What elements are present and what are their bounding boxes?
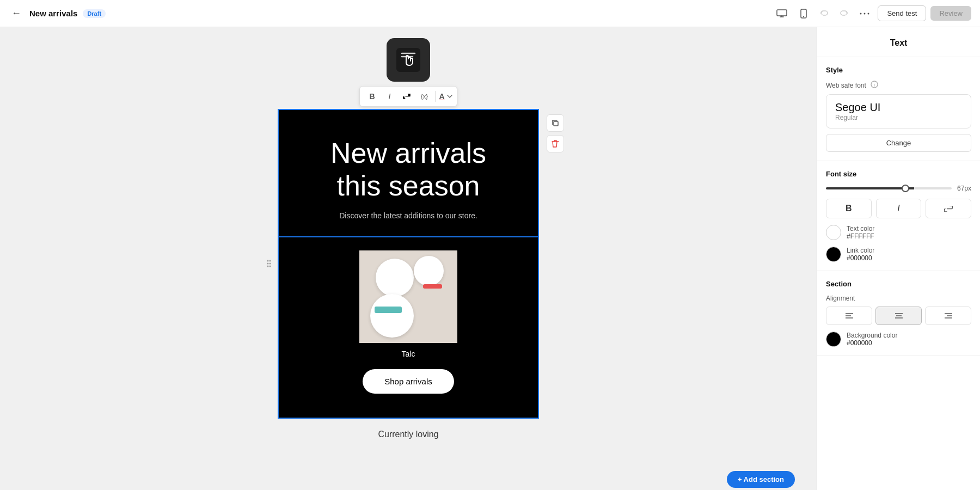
product-img-inner <box>359 250 457 343</box>
product-lid-1 <box>375 307 402 313</box>
section-actions <box>547 114 564 152</box>
text-color-row: Text color #FFFFFF <box>826 225 971 240</box>
link-color-value: #000000 <box>847 254 874 262</box>
toolbar-divider <box>435 91 436 102</box>
alignment-label: Alignment <box>826 295 971 302</box>
below-section: Currently loving <box>278 419 539 450</box>
svg-text:i: i <box>874 82 875 88</box>
email-preview: B I {x} A <box>278 27 539 450</box>
cta-button[interactable]: Shop arrivals <box>363 369 454 394</box>
bg-color-info: Background color #000000 <box>847 332 897 347</box>
text-color-label: Text color <box>847 225 874 232</box>
mobile-view-button[interactable] <box>795 5 812 22</box>
svg-point-13 <box>267 266 269 267</box>
canvas-area: B I {x} A <box>0 27 817 490</box>
review-button[interactable]: Review <box>930 6 971 21</box>
below-label: Currently loving <box>378 430 438 439</box>
svg-point-3 <box>860 13 862 14</box>
section-drag-handle[interactable] <box>264 258 274 269</box>
product-area: Talc Shop arrivals <box>279 237 538 418</box>
product-lid-2 <box>423 284 442 289</box>
format-buttons-row: B I <box>826 199 971 218</box>
product-name: Talc <box>290 350 527 358</box>
link-button[interactable] <box>399 89 414 104</box>
add-section-bar: + Add section <box>0 468 817 490</box>
font-display-box: Segoe UI Regular <box>826 94 971 128</box>
align-left-button[interactable] <box>826 307 872 325</box>
undo-button[interactable] <box>817 6 832 21</box>
panel-title: Text <box>817 27 980 57</box>
draft-badge: Draft <box>83 9 106 18</box>
send-test-button[interactable]: Send test <box>878 5 926 21</box>
delete-section-button[interactable] <box>547 135 564 152</box>
svg-point-5 <box>868 13 869 14</box>
page-title: New arrivals <box>29 9 77 18</box>
topbar: ← New arrivals Draft Send test Review <box>0 0 980 27</box>
desktop-view-button[interactable] <box>773 5 791 22</box>
font-size-row: 67px <box>826 185 971 192</box>
font-name: Segoe UI <box>835 101 962 114</box>
color-dropdown[interactable]: A <box>439 92 452 101</box>
style-section: Style Web safe font i Segoe UI Regular C… <box>817 57 980 161</box>
align-right-button[interactable] <box>925 307 971 325</box>
link-color-label: Link color <box>847 247 874 254</box>
web-safe-label: Web safe font <box>826 82 866 89</box>
hero-title: New arrivals this season <box>301 137 516 203</box>
email-header-icon-area <box>278 27 539 82</box>
duplicate-section-button[interactable] <box>547 114 564 132</box>
bold-button[interactable]: B <box>364 89 379 104</box>
change-font-button[interactable]: Change <box>826 134 971 152</box>
font-size-section-title: Font size <box>826 170 971 178</box>
format-toolbar: B I {x} A <box>359 86 457 107</box>
main-layout: B I {x} A <box>0 27 980 490</box>
svg-point-9 <box>267 260 269 262</box>
svg-rect-0 <box>777 10 787 16</box>
svg-rect-6 <box>396 48 420 72</box>
web-safe-font-row: Web safe font i <box>826 81 971 90</box>
redo-button[interactable] <box>836 6 852 21</box>
link-color-info: Link color #000000 <box>847 247 874 262</box>
italic-button[interactable]: I <box>382 89 397 104</box>
text-color-swatch[interactable] <box>826 225 841 240</box>
font-style: Regular <box>835 114 962 121</box>
svg-point-12 <box>270 263 271 265</box>
font-size-value: 67px <box>957 185 971 192</box>
product-container-2 <box>414 256 444 286</box>
right-panel: Text Style Web safe font i Segoe UI Regu… <box>817 27 980 490</box>
add-section-button[interactable]: + Add section <box>727 471 795 488</box>
product-container-3 <box>370 294 414 338</box>
panel-link-button[interactable] <box>926 199 971 218</box>
email-section: New arrivals this season Discover the la… <box>278 109 539 419</box>
bg-color-swatch[interactable] <box>826 332 841 347</box>
svg-rect-15 <box>554 121 558 126</box>
back-button[interactable]: ← <box>9 6 24 21</box>
bg-color-label: Background color <box>847 332 897 339</box>
panel-italic-button[interactable]: I <box>876 199 922 218</box>
hero-subtitle: Discover the latest additions to our sto… <box>301 211 516 220</box>
align-center-button[interactable] <box>875 307 922 325</box>
font-size-slider[interactable] <box>826 187 952 189</box>
link-color-swatch[interactable] <box>826 247 841 262</box>
font-size-section: Font size 67px B I Text color #FFFFFF <box>817 161 980 271</box>
alignment-row <box>826 307 971 325</box>
topbar-right: Send test Review <box>773 5 971 22</box>
svg-point-14 <box>270 266 271 267</box>
product-container-1 <box>376 259 414 297</box>
svg-point-2 <box>803 16 804 17</box>
more-options-button[interactable] <box>856 5 873 22</box>
bg-color-row: Background color #000000 <box>826 332 971 347</box>
section-section: Section Alignment Background color #0000 <box>817 271 980 356</box>
text-color-info: Text color #FFFFFF <box>847 225 874 240</box>
info-icon: i <box>871 81 878 90</box>
svg-point-10 <box>270 260 271 262</box>
hero-text-area: New arrivals this season Discover the la… <box>279 110 538 236</box>
bg-color-value: #000000 <box>847 339 897 347</box>
panel-bold-button[interactable]: B <box>826 199 872 218</box>
text-color-value: #FFFFFF <box>847 232 874 240</box>
email-icon-box <box>387 38 430 82</box>
variable-button[interactable]: {x} <box>416 89 432 104</box>
svg-point-11 <box>267 263 269 265</box>
section-section-title: Section <box>826 280 971 288</box>
style-section-title: Style <box>826 66 971 74</box>
product-image <box>359 250 457 343</box>
